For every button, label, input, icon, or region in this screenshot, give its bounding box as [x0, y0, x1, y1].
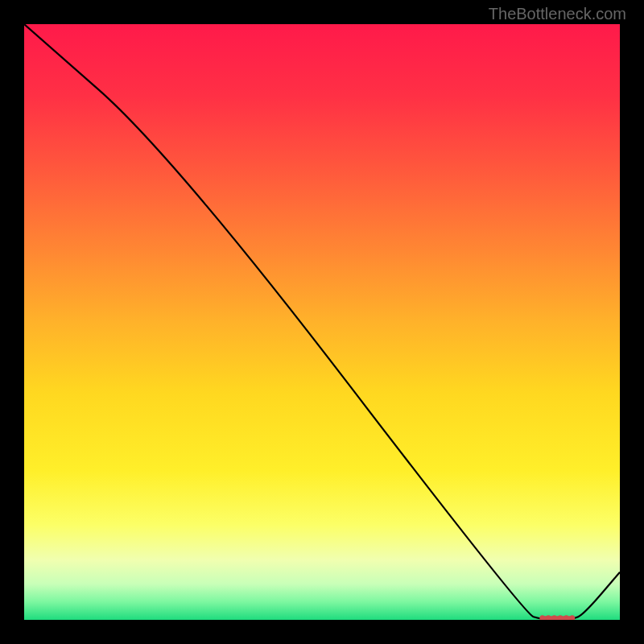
marker-dot: [569, 615, 575, 620]
bottleneck-curve: [24, 24, 620, 620]
curve-layer: [24, 24, 620, 620]
plot-area: [24, 24, 620, 620]
watermark-text: TheBottleneck.com: [489, 5, 626, 23]
optimal-markers: [539, 615, 575, 620]
chart-container: TheBottleneck.com: [0, 0, 644, 644]
